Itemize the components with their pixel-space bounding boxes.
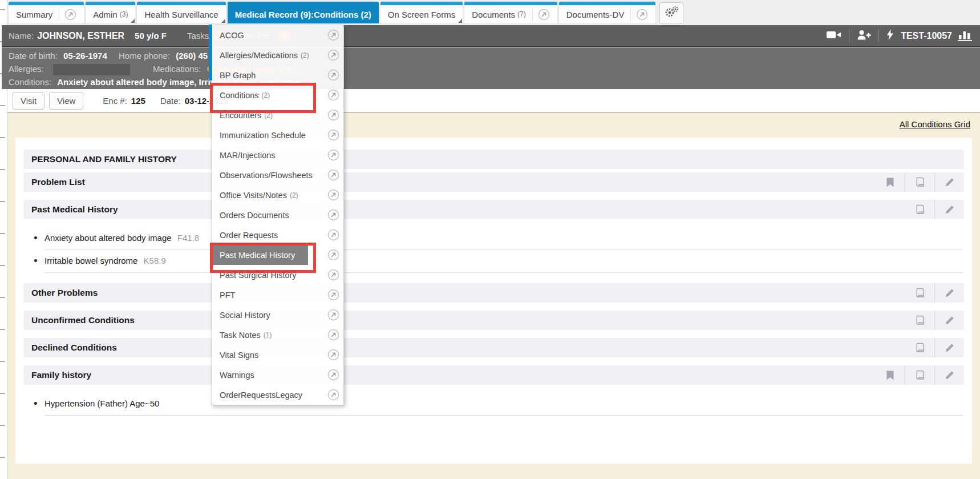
tab[interactable]: Health Surveillance: [137, 2, 225, 23]
open-in-new-icon[interactable]: [327, 369, 339, 381]
menu-item[interactable]: Vital Signs: [212, 345, 343, 365]
menu-item[interactable]: Past Surgical History: [212, 265, 343, 285]
open-in-new-icon[interactable]: [327, 329, 339, 341]
section: Declined Conditions: [23, 338, 964, 357]
edit-pencil-icon[interactable]: [934, 338, 964, 357]
section-icon-group: [875, 365, 964, 385]
menu-item-label: Observations/Flowsheets: [220, 171, 313, 180]
section-title: Past Medical History: [31, 204, 118, 215]
menu-item[interactable]: Immunization Schedule: [212, 125, 343, 145]
section-title: Declined Conditions: [31, 343, 117, 353]
open-in-new-icon[interactable]: [327, 249, 339, 261]
menu-item[interactable]: Past Medical History: [212, 245, 343, 265]
menu-item[interactable]: Office Visits/Notes (2): [212, 185, 343, 205]
book-icon[interactable]: [905, 338, 934, 357]
add-person-icon[interactable]: [857, 30, 871, 42]
condition-code: K58.9: [144, 256, 166, 265]
tab[interactable]: Admin (3): [86, 2, 135, 23]
open-in-new-icon[interactable]: [64, 9, 76, 21]
book-icon[interactable]: [905, 283, 934, 303]
video-camera-icon[interactable]: [827, 30, 841, 42]
name-label: Name:: [9, 31, 34, 41]
open-in-new-icon[interactable]: [327, 389, 339, 401]
open-in-new-icon[interactable]: [327, 49, 339, 61]
book-icon[interactable]: [905, 200, 934, 219]
open-in-new-icon[interactable]: [327, 189, 339, 201]
menu-item[interactable]: Social History: [212, 305, 343, 325]
bookmark-icon[interactable]: [875, 365, 905, 385]
tab[interactable]: Medical Record (9):Conditions (2): [228, 2, 379, 23]
menu-item-label: Warnings: [220, 371, 254, 380]
menu-item[interactable]: ACOG: [212, 25, 343, 45]
menu-item-label: MAR/Injections: [220, 151, 276, 160]
open-in-new-icon[interactable]: [327, 229, 339, 241]
edit-pencil-icon[interactable]: [934, 172, 964, 192]
open-in-new-icon[interactable]: [327, 349, 339, 361]
open-in-new-icon[interactable]: [636, 9, 648, 21]
settings-button[interactable]: [659, 2, 683, 23]
open-in-new-icon[interactable]: [327, 129, 339, 141]
bar-chart-icon[interactable]: [958, 29, 972, 43]
open-in-new-icon[interactable]: [327, 269, 339, 281]
edit-pencil-icon[interactable]: [934, 283, 964, 303]
section-header: Unconfirmed Conditions: [23, 311, 964, 330]
menu-item[interactable]: Warnings: [212, 365, 343, 385]
open-in-new-icon[interactable]: [327, 289, 339, 301]
section-header: Declined Conditions: [23, 338, 964, 357]
divider: [849, 30, 849, 42]
view-button[interactable]: View: [49, 92, 83, 110]
edit-pencil-icon[interactable]: [934, 311, 964, 330]
menu-item-label: Vital Signs: [220, 351, 258, 360]
menu-item-label: OrderRequestsLegacy: [220, 391, 302, 400]
menu-item[interactable]: MAR/Injections: [212, 145, 343, 165]
all-conditions-grid-link[interactable]: All Conditions Grid: [900, 119, 970, 129]
menu-item-label: Immunization Schedule: [220, 131, 306, 140]
open-in-new-icon[interactable]: [327, 89, 339, 101]
section-icon-group: [905, 200, 964, 219]
edit-pencil-icon[interactable]: [934, 365, 964, 385]
tab[interactable]: Summary: [9, 2, 84, 23]
patient-demographics: Date of birth: 05-26-1974 Home phone: (2…: [2, 47, 980, 89]
section-header: Family history: [23, 365, 964, 385]
open-in-new-icon[interactable]: [538, 9, 550, 21]
section: PERSONAL AND FAMILY HISTORY: [23, 150, 964, 169]
menu-item-label: Past Medical History: [220, 251, 295, 260]
tab[interactable]: Documents-DV: [559, 2, 656, 23]
open-in-new-icon[interactable]: [327, 309, 339, 321]
tab-count: (3): [120, 10, 128, 18]
open-in-new-icon[interactable]: [327, 109, 339, 121]
menu-item-count: (2): [264, 111, 273, 119]
tab[interactable]: On Screen Forms: [380, 2, 463, 23]
menu-item[interactable]: Task Notes (1): [212, 325, 343, 345]
tab-label: Health Surveillance: [144, 10, 218, 19]
book-icon[interactable]: [905, 365, 934, 385]
book-icon[interactable]: [905, 172, 934, 192]
condition-text: Hypertension (Father) Age~50: [44, 399, 159, 408]
open-in-new-icon[interactable]: [327, 149, 339, 161]
tab-divider: [59, 7, 59, 21]
menu-item[interactable]: Allergies/Medications (2): [212, 45, 343, 65]
open-in-new-icon[interactable]: [327, 29, 339, 41]
medical-record-dropdown: ACOG Allergies/Medications (2) BP Graph …: [212, 25, 344, 405]
book-icon[interactable]: [905, 311, 934, 330]
menu-item[interactable]: BP Graph: [212, 65, 343, 85]
open-in-new-icon[interactable]: [327, 169, 339, 181]
menu-item[interactable]: OrderRequestsLegacy: [212, 385, 343, 405]
menu-item[interactable]: Observations/Flowsheets: [212, 165, 343, 185]
visit-button[interactable]: Visit: [13, 92, 44, 110]
tab[interactable]: Documents (7): [464, 2, 557, 23]
menu-item[interactable]: Orders Documents: [212, 205, 343, 225]
lightning-bolt-icon[interactable]: [886, 29, 894, 42]
menu-item[interactable]: Order Requests: [212, 225, 343, 245]
menu-item[interactable]: PFT: [212, 285, 343, 305]
menu-item[interactable]: Conditions (2): [212, 85, 343, 105]
section-title: Other Problems: [31, 288, 98, 298]
open-in-new-icon[interactable]: [327, 209, 339, 221]
menu-item[interactable]: Encounters (2): [212, 105, 343, 125]
section: Problem List: [23, 172, 964, 192]
edit-pencil-icon[interactable]: [934, 200, 964, 219]
section-title: Problem List: [31, 177, 85, 187]
conditions-panel: PERSONAL AND FAMILY HISTORY Problem List: [15, 138, 972, 464]
open-in-new-icon[interactable]: [327, 69, 339, 81]
bookmark-icon[interactable]: [875, 172, 905, 192]
